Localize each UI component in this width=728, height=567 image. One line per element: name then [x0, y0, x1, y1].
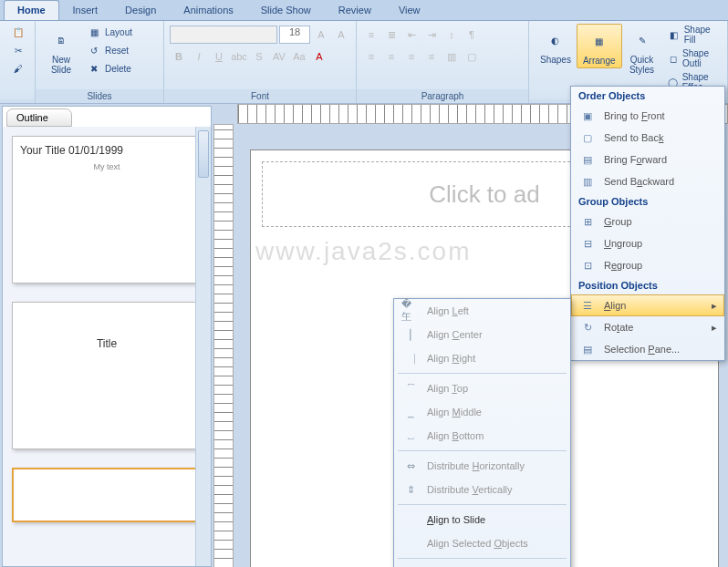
clipboard-label — [0, 99, 35, 103]
smartart-button[interactable]: ▢ — [463, 47, 481, 66]
tab-home[interactable]: Home — [4, 0, 59, 20]
group-item[interactable]: ⊞Group — [571, 211, 724, 232]
align-center-icon: ⎮ — [401, 327, 420, 342]
slide-thumb-1[interactable]: Your Title 01/01/1999 My text — [12, 136, 202, 284]
submenu-separator — [398, 504, 567, 505]
increase-indent-button[interactable]: ⇥ — [422, 26, 441, 44]
bring-to-front-item[interactable]: ▣Bring to Front — [571, 105, 724, 127]
underline-button[interactable]: U — [210, 47, 228, 66]
fill-icon: ◧ — [668, 27, 681, 42]
slide-thumb-3[interactable] — [12, 468, 202, 522]
reset-button[interactable]: ↺Reset — [85, 42, 134, 58]
vertical-ruler[interactable] — [213, 124, 234, 567]
thumb2-title: Title — [20, 337, 193, 350]
arrange-button[interactable]: ▦ Arrange — [577, 24, 622, 68]
change-case-button[interactable]: Aa — [290, 47, 308, 66]
paste-icon: 📋 — [11, 25, 26, 39]
align-center-button[interactable]: ≡ — [382, 47, 400, 66]
app-window: Home Insert Design Animations Slide Show… — [0, 0, 728, 567]
thumb1-title: Your Title 01/01/1999 — [20, 144, 193, 157]
paste-button[interactable]: 📋 — [9, 24, 27, 40]
distribute-horizontally-item[interactable]: ⇔Distribute Horizontally — [394, 454, 570, 478]
slide-thumb-2[interactable]: Title — [12, 302, 202, 449]
view-gridlines-item[interactable]: View Gridlines — [394, 562, 570, 567]
paragraph-label: Paragraph — [357, 89, 528, 103]
align-top-item[interactable]: ⎴Align Top — [394, 376, 570, 400]
brush-icon: 🖌 — [11, 61, 26, 76]
columns-button[interactable]: ▥ — [442, 47, 461, 66]
line-spacing-button[interactable]: ↕ — [442, 26, 461, 44]
justify-button[interactable]: ≡ — [422, 47, 441, 66]
send-backward-icon: ▥ — [578, 174, 597, 189]
italic-button[interactable]: I — [190, 47, 208, 66]
align-left-button[interactable]: ≡ — [362, 47, 380, 66]
scroll-thumb[interactable] — [198, 130, 209, 178]
delete-button[interactable]: ✖Delete — [85, 60, 134, 77]
bring-forward-icon: ▤ — [578, 152, 597, 167]
selection-pane-icon: ▤ — [578, 342, 597, 356]
format-painter-button[interactable]: 🖌 — [9, 60, 27, 77]
shape-fill-button[interactable]: ◧Shape Fill — [666, 24, 723, 46]
align-to-slide-item[interactable]: Align to Slide — [394, 508, 570, 531]
bring-forward-item[interactable]: ▤Bring Forward — [571, 149, 724, 170]
dist-h-icon: ⇔ — [401, 459, 420, 473]
shadow-button[interactable]: S — [250, 47, 268, 66]
shrink-font-button[interactable]: A — [332, 26, 350, 44]
numbering-button[interactable]: ≣ — [382, 26, 400, 44]
decrease-indent-button[interactable]: ⇤ — [402, 26, 421, 44]
paragraph-group: ≡ ≣ ⇤ ⇥ ↕ ¶ ≡ ≡ ≡ ≡ ▥ ▢ — [357, 21, 529, 103]
align-bottom-item[interactable]: ⎵Align Bottom — [394, 424, 570, 448]
new-slide-button[interactable]: 🗎 New Slide — [41, 24, 81, 77]
align-middle-item[interactable]: ⎯Align Middle — [394, 400, 570, 424]
align-submenu: �玍Align Left ⎮Align Center ⎹Align Right … — [393, 298, 571, 567]
outline-tab[interactable]: Outline — [6, 108, 72, 127]
tab-insert[interactable]: Insert — [59, 0, 112, 20]
bullets-button[interactable]: ≡ — [362, 26, 380, 44]
font-family-combo[interactable] — [170, 26, 277, 44]
char-spacing-button[interactable]: AV — [270, 47, 288, 66]
shapes-icon: ◐ — [541, 26, 570, 55]
send-back-icon: ▢ — [578, 130, 597, 145]
outline-body[interactable]: Your Title 01/01/1999 My text Title — [3, 127, 211, 566]
submenu-arrow-icon: ▸ — [712, 300, 717, 312]
font-size-combo[interactable]: 18 — [279, 26, 310, 44]
font-color-button[interactable]: A — [310, 47, 328, 66]
send-backward-item[interactable]: ▥Send Backward — [571, 170, 724, 192]
cut-button[interactable]: ✂ — [9, 42, 27, 58]
bold-button[interactable]: B — [170, 47, 188, 66]
blank-icon — [401, 536, 420, 551]
rotate-item[interactable]: ↻Rotate▸ — [571, 316, 724, 338]
tab-review[interactable]: Review — [325, 0, 385, 20]
shape-outline-button[interactable]: ◻Shape Outli — [666, 47, 723, 69]
strike-button[interactable]: abc — [230, 47, 248, 66]
shapes-button[interactable]: ◐ Shapes — [535, 24, 577, 67]
send-to-back-item[interactable]: ▢Send to Back — [571, 127, 724, 149]
blank-icon — [401, 512, 420, 527]
align-item[interactable]: ☰Align▸ — [571, 294, 724, 316]
align-right-button[interactable]: ≡ — [402, 47, 421, 66]
layout-button[interactable]: ▦Layout — [85, 24, 134, 40]
tab-view[interactable]: View — [385, 0, 434, 20]
align-selected-objects-item[interactable]: Align Selected Objects — [394, 531, 570, 555]
tab-slideshow[interactable]: Slide Show — [247, 0, 325, 20]
cut-icon: ✂ — [11, 43, 26, 57]
tab-animations[interactable]: Animations — [170, 0, 246, 20]
regroup-item[interactable]: ⊡Regroup — [571, 254, 724, 276]
selection-pane-item[interactable]: ▤Selection Pane... — [571, 338, 724, 360]
align-right-item[interactable]: ⎹Align Right — [394, 346, 570, 370]
text-direction-button[interactable]: ¶ — [463, 26, 481, 44]
align-left-icon: �玍 — [401, 304, 420, 318]
outline-scrollbar[interactable] — [195, 127, 211, 566]
quick-styles-button[interactable]: ✎ Quick Styles — [622, 24, 662, 77]
ungroup-item[interactable]: ⊟Ungroup — [571, 232, 724, 254]
tab-design[interactable]: Design — [111, 0, 170, 20]
grow-font-button[interactable]: A — [312, 26, 330, 44]
align-center-item[interactable]: ⎮Align Center — [394, 323, 570, 346]
align-left-item[interactable]: �玍Align Left — [394, 299, 570, 323]
slides-group: 🗎 New Slide ▦Layout ↺Reset ✖Delete Slide… — [36, 21, 164, 103]
reset-icon: ↺ — [87, 43, 101, 57]
font-label: Font — [164, 89, 356, 103]
order-objects-header: Order Objects — [571, 87, 724, 105]
slides-label: Slides — [36, 89, 163, 103]
distribute-vertically-item[interactable]: ⇕Distribute Vertically — [394, 478, 570, 501]
